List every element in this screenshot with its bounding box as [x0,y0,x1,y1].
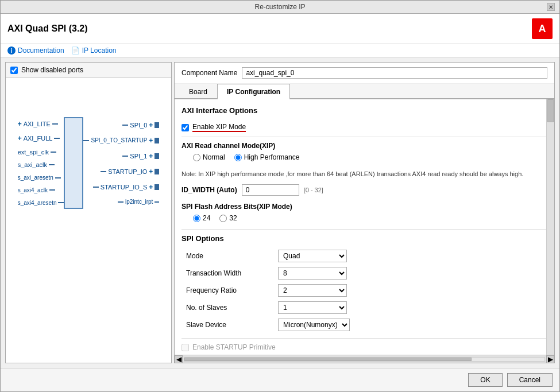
port-spi1: SPI_1 + [83,152,159,161]
ip-location-link[interactable]: 📄 IP Location [71,46,117,55]
slave-device-row: Slave Device None Spansion Micron(Numony… [181,316,547,333]
spi-options-title: SPI Options [181,234,547,243]
axi-read-channel-radios: Normal High Performance [193,153,547,161]
id-width-row: ID_WIDTH (Auto) [0 - 32] [181,184,547,196]
main-window: Re-customize IP ✕ AXI Quad SPI (3.2) A i… [0,0,560,392]
wire-ext-spi-clk [51,152,56,153]
frequency-ratio-select[interactable]: 2 4 16 32 [278,284,347,297]
info-icon: i [7,46,16,55]
addr32-radio-text: 32 [229,214,237,222]
no-slaves-row: No. of Slaves 1 2 3 [181,299,547,316]
mode-select-cell: Standard Dual Quad [273,247,547,265]
wire-startup-io [101,171,106,172]
frequency-ratio-label-cell: Frequency Ratio [181,282,273,299]
documentation-label: Documentation [18,46,64,55]
enable-xip-label[interactable]: Enable XIP Mode [181,123,246,132]
port-startup-io-s: STARTUP_IO_S + [83,183,159,192]
ok-button[interactable]: OK [468,373,502,387]
addr24-radio[interactable] [193,215,200,222]
component-name-input[interactable] [242,67,547,79]
show-disabled-row: Show disabled ports [6,63,171,78]
tab-content: AXI Interface Options Enable XIP Mode AX… [175,99,554,355]
axi-read-channel-label: AXI Read channel Mode(XIP) [181,142,547,150]
normal-radio-label[interactable]: Normal [193,153,225,161]
tab-ip-configuration[interactable]: IP Configuration [217,84,290,99]
cancel-button[interactable]: Cancel [507,373,553,387]
component-name-label: Component Name [181,69,237,77]
addr32-radio[interactable] [219,215,227,222]
hscroll-track [184,357,545,362]
transaction-width-label-cell: Transaction Width [181,265,273,282]
id-width-label: ID_WIDTH (Auto) [181,186,237,194]
no-slaves-select[interactable]: 1 2 3 [278,301,347,314]
port-startup-io: STARTUP_IO + [83,167,159,176]
enable-xip-checkbox[interactable] [181,124,189,131]
high-perf-radio-text: High Performance [244,153,300,161]
main-header: AXI Quad SPI (3.2) A [1,14,559,44]
mode-row: Mode Standard Dual Quad [181,247,547,265]
mode-select[interactable]: Standard Dual Quad [278,250,347,262]
wire-axi-lite [52,123,58,125]
tabs-bar: Board IP Configuration [175,84,554,99]
tab-board[interactable]: Board [179,84,217,99]
slave-device-select[interactable]: None Spansion Micron(Numonyx) Winbond Ma… [278,319,350,331]
port-spi0: SPI_0 + [83,121,159,130]
port-spi0-startup: SPI_0_TO_STARTUP + [83,136,159,145]
hscroll-left-btn[interactable]: ◀ [175,355,183,363]
horizontal-scrollbar[interactable]: ◀ ▶ [175,355,554,363]
divider-2 [181,229,547,230]
wire-s-axi-aresetn [55,177,61,178]
addr24-radio-label[interactable]: 24 [193,214,210,222]
close-button[interactable]: ✕ [547,3,555,11]
spi-options-section: SPI Options Mode Standard Dual Quad [181,234,547,333]
id-width-input[interactable] [242,184,299,196]
transaction-width-row: Transaction Width 8 16 32 [181,265,547,282]
mode-label-cell: Mode [181,247,273,265]
axi-read-channel-group: AXI Read channel Mode(XIP) Normal High P… [181,142,547,161]
slave-device-label-cell: Slave Device [181,316,273,333]
schematic-diagram: + AXI_LITE + AXI_FULL ext_spi_clk [10,117,167,209]
content-area: Show disabled ports + AXI_LITE [1,57,559,368]
high-perf-radio[interactable] [234,154,242,161]
axi-interface-section: AXI Interface Options Enable XIP Mode AX… [181,106,547,222]
thick-wire-spi0 [155,122,159,128]
spi-flash-addr-radios: 24 32 [193,214,547,222]
thick-wire-startup-io-s [155,184,159,190]
right-port-wires: SPI_0 + SPI_0_TO_STARTUP + [83,117,159,209]
left-panel: Show disabled ports + AXI_LITE [5,62,172,363]
scrollbar-thumb[interactable] [547,99,554,122]
id-width-range: [0 - 32] [304,187,323,193]
documentation-link[interactable]: i Documentation [7,46,64,55]
enable-xip-text: Enable XIP Mode [192,123,246,132]
wire-spi1 [122,156,128,157]
transaction-width-select[interactable]: 8 16 32 [278,267,347,280]
hscroll-thumb[interactable] [184,358,472,361]
port-s-axi-aresetn: s_axi_aresetn [18,174,64,181]
enable-startup-label: Enable STARTUP Primitive [192,343,276,351]
startup-section: Enable STARTUP Primitive Share the un-us… [181,343,547,355]
enable-startup-checkbox[interactable] [181,344,189,351]
port-axi-lite: + AXI_LITE [18,119,64,129]
schematic-area: + AXI_LITE + AXI_FULL ext_spi_clk [6,78,171,363]
bottom-bar: OK Cancel [1,368,559,391]
wire-s-axi-aclk [49,164,55,165]
show-disabled-checkbox[interactable] [10,67,18,74]
port-s-axi4-aclk: s_axi4_aclk [18,187,64,194]
toolbar: i Documentation 📄 IP Location [1,44,559,57]
window-title: Re-customize IP [254,3,305,11]
hscroll-right-btn[interactable]: ▶ [546,355,554,363]
ip-title: AXI Quad SPI (3.2) [7,24,88,34]
spi-options-table: Mode Standard Dual Quad Transaction Widt… [181,247,547,333]
port-s-axi-aclk: s_axi_aclk [18,161,64,169]
ip-location-label: IP Location [82,46,117,55]
box-center [65,117,82,209]
enable-xip-row: Enable XIP Mode [181,123,547,132]
enable-startup-row: Enable STARTUP Primitive [181,343,547,351]
scrollbar-right[interactable] [546,99,554,355]
addr32-radio-label[interactable]: 32 [219,214,237,222]
frequency-ratio-row: Frequency Ratio 2 4 16 32 [181,282,547,299]
wire-irpt [118,201,123,203]
normal-radio[interactable] [193,154,200,161]
wire-s-axi4-aresetn [58,202,64,203]
high-perf-radio-label[interactable]: High Performance [234,153,300,161]
